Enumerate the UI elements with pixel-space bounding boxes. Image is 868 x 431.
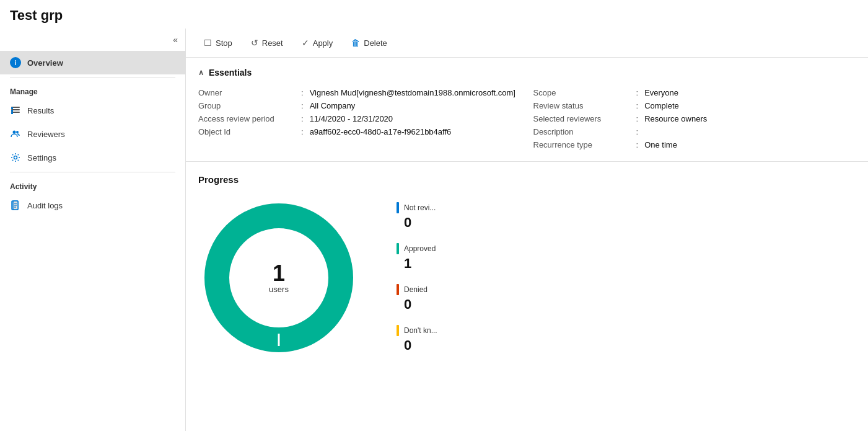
dont-know-count: 0 bbox=[404, 337, 437, 353]
reset-icon: ↺ bbox=[251, 38, 258, 48]
sidebar-item-reviewers-label: Reviewers bbox=[27, 130, 65, 139]
dont-know-bar bbox=[397, 325, 399, 336]
approved-count: 1 bbox=[404, 255, 437, 272]
svg-rect-5 bbox=[11, 112, 13, 114]
dont-know-label: Don't kn... bbox=[404, 326, 437, 335]
sidebar-item-overview-label: Overview bbox=[27, 58, 63, 68]
people-icon bbox=[10, 128, 21, 140]
svg-point-6 bbox=[13, 131, 16, 134]
apply-button[interactable]: ✓ Apply bbox=[294, 33, 341, 52]
info-icon: i bbox=[10, 57, 21, 68]
donut-count: 1 bbox=[269, 262, 289, 285]
doc-icon bbox=[10, 200, 21, 211]
ess-scope-value: Everyone bbox=[644, 88, 678, 97]
legend-dont-know-header: Don't kn... bbox=[397, 325, 437, 336]
sidebar-item-results[interactable]: Results bbox=[0, 99, 185, 122]
ess-description-row: Description : bbox=[533, 125, 856, 138]
ess-period-label: Access review period bbox=[198, 114, 297, 123]
main-content: ☐ Stop ↺ Reset ✓ Apply 🗑 Delete ∧ Essent… bbox=[186, 29, 868, 431]
legend-not-reviewed-header: Not revi... bbox=[397, 202, 437, 213]
legend-denied: Denied 0 bbox=[397, 284, 437, 313]
donut-center: 1 users bbox=[269, 262, 289, 294]
essentials-section: ∧ Essentials Owner : Vignesh Mud[vignesh… bbox=[186, 58, 868, 162]
denied-count: 0 bbox=[404, 296, 437, 313]
ess-description-label: Description bbox=[533, 127, 633, 136]
gear-icon bbox=[10, 152, 21, 163]
apply-icon: ✓ bbox=[302, 38, 309, 48]
donut-label: users bbox=[269, 285, 289, 294]
ess-objectid-label: Object Id bbox=[198, 127, 297, 136]
delete-label: Delete bbox=[364, 38, 387, 48]
ess-owner-label: Owner bbox=[198, 88, 297, 97]
sidebar-collapse-button[interactable]: « bbox=[170, 33, 180, 46]
not-reviewed-label: Not revi... bbox=[404, 203, 436, 212]
approved-bar bbox=[397, 243, 399, 254]
essentials-grid: Owner : Vignesh Mud[vignesh@testdomain19… bbox=[198, 86, 856, 151]
legend-dont-know: Don't kn... 0 bbox=[397, 325, 437, 353]
ess-reviewers-value: Resource owners bbox=[644, 114, 707, 123]
ess-recurrence-value: One time bbox=[644, 140, 677, 149]
sidebar-section-manage: Manage bbox=[0, 80, 185, 99]
ess-review-status-label: Review status bbox=[533, 101, 633, 110]
svg-point-8 bbox=[14, 156, 17, 159]
sidebar-section-activity: Activity bbox=[0, 175, 185, 193]
sidebar-divider-manage bbox=[10, 77, 175, 78]
progress-section: Progress 1 users bbox=[186, 162, 868, 371]
essentials-title: Essentials bbox=[209, 68, 252, 78]
sidebar-item-settings-label: Settings bbox=[27, 153, 56, 162]
essentials-header: ∧ Essentials bbox=[198, 68, 856, 78]
progress-legend: Not revi... 0 Approved 1 bbox=[397, 202, 437, 353]
stop-button[interactable]: ☐ Stop bbox=[196, 33, 240, 52]
essentials-right: Scope : Everyone Review status : Complet… bbox=[533, 86, 856, 151]
ess-group-row: Group : All Company bbox=[198, 99, 521, 112]
ess-group-value: All Company bbox=[310, 101, 356, 110]
page-title: Test grp bbox=[0, 0, 868, 29]
ess-objectid-value: a9aff602-ecc0-48d0-a17e-f9621bb4aff6 bbox=[310, 127, 452, 136]
denied-bar bbox=[397, 284, 399, 295]
sidebar-collapse-area: « bbox=[0, 31, 185, 51]
essentials-left: Owner : Vignesh Mud[vignesh@testdomain19… bbox=[198, 86, 521, 151]
sidebar-item-overview[interactable]: i Overview bbox=[0, 51, 185, 74]
not-reviewed-bar bbox=[397, 202, 399, 213]
svg-point-7 bbox=[16, 131, 19, 133]
ess-reviewers-row: Selected reviewers : Resource owners bbox=[533, 112, 856, 125]
donut-chart: 1 users bbox=[198, 197, 359, 358]
reset-button[interactable]: ↺ Reset bbox=[243, 33, 291, 52]
delete-button[interactable]: 🗑 Delete bbox=[343, 33, 395, 52]
stop-icon: ☐ bbox=[204, 38, 212, 48]
legend-approved: Approved 1 bbox=[397, 243, 437, 272]
ess-scope-row: Scope : Everyone bbox=[533, 86, 856, 99]
sidebar-item-settings[interactable]: Settings bbox=[0, 146, 185, 169]
ess-objectid-row: Object Id : a9aff602-ecc0-48d0-a17e-f962… bbox=[198, 125, 521, 138]
sidebar-item-audit-logs[interactable]: Audit logs bbox=[0, 193, 185, 217]
sidebar-item-results-label: Results bbox=[27, 106, 54, 115]
ess-period-value: 11/4/2020 - 12/31/2020 bbox=[310, 114, 393, 123]
denied-label: Denied bbox=[404, 285, 427, 294]
sidebar-divider-activity bbox=[10, 172, 175, 172]
ess-owner-value: Vignesh Mud[vignesh@testdomain1988.onmic… bbox=[310, 88, 515, 97]
list-icon bbox=[10, 105, 21, 116]
delete-icon: 🗑 bbox=[351, 38, 360, 48]
ess-reviewers-label: Selected reviewers bbox=[533, 114, 633, 123]
not-reviewed-count: 0 bbox=[404, 215, 437, 231]
sidebar: « i Overview Manage Results bbox=[0, 29, 186, 431]
legend-denied-header: Denied bbox=[397, 284, 437, 295]
apply-label: Apply bbox=[313, 38, 333, 48]
sidebar-item-reviewers[interactable]: Reviewers bbox=[0, 122, 185, 146]
approved-label: Approved bbox=[404, 244, 436, 253]
stop-label: Stop bbox=[216, 38, 232, 48]
ess-recurrence-label: Recurrence type bbox=[533, 140, 633, 149]
reset-label: Reset bbox=[262, 38, 283, 48]
svg-rect-3 bbox=[11, 107, 13, 109]
sidebar-item-audit-logs-label: Audit logs bbox=[27, 201, 63, 210]
chevron-icon: ∧ bbox=[198, 68, 204, 77]
progress-title: Progress bbox=[198, 174, 856, 185]
ess-scope-label: Scope bbox=[533, 88, 633, 97]
ess-review-status-row: Review status : Complete bbox=[533, 99, 856, 112]
svg-rect-4 bbox=[11, 110, 13, 112]
ess-recurrence-row: Recurrence type : One time bbox=[533, 138, 856, 151]
ess-period-row: Access review period : 11/4/2020 - 12/31… bbox=[198, 112, 521, 125]
legend-approved-header: Approved bbox=[397, 243, 437, 254]
toolbar: ☐ Stop ↺ Reset ✓ Apply 🗑 Delete bbox=[186, 29, 868, 58]
legend-not-reviewed: Not revi... 0 bbox=[397, 202, 437, 231]
